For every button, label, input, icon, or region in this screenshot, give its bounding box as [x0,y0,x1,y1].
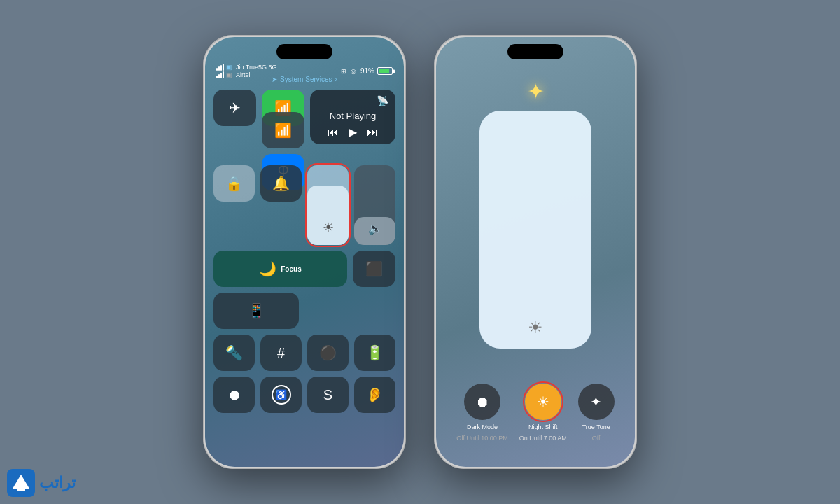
focus-button[interactable]: 🌙 Focus [214,251,347,287]
media-player-tile[interactable]: 📡 Not Playing ⏮ ▶ ⏭ [310,90,396,144]
phone2-screen: ✦ ☀ ⏺ Dark Mode Off Until 10:00 PM [436,37,635,467]
calculator-icon: # [277,345,285,361]
screen-lock-button[interactable]: 🔒 [214,165,255,202]
chevron-icon: › [335,76,337,83]
iphone-right: ✦ ☀ ⏺ Dark Mode Off Until 10:00 PM [434,35,637,469]
night-shift-circle: ☀ [525,384,561,420]
night-shift-sublabel: On Until 7:00 AM [519,435,567,442]
hearing-button[interactable]: 👂 [354,377,396,413]
brightness-slider-fill [479,111,592,349]
shazam-icon: S [323,387,332,403]
volume-button[interactable]: 🔈 [354,165,396,245]
true-tone-sublabel: Off [592,435,601,442]
record-button[interactable]: ⏺ [214,377,255,413]
next-button[interactable]: ⏭ [367,126,378,139]
battery-widget-button[interactable]: 🔋 [354,335,396,371]
mirror-icon: ⬛ [365,260,383,277]
true-tone-ctrl[interactable]: ✦ True Tone Off [578,384,615,442]
moon-icon: 🌙 [259,260,276,277]
airplay-icon: 📡 [377,95,388,106]
bar2 [218,66,220,71]
night-shift-label: Night Shift [528,424,558,431]
battery-icon [377,67,393,75]
control-center: ✈ 📶 📡 Not Playing [214,90,396,413]
night-shift-ctrl[interactable]: ☀ Night Shift On Until 7:00 AM [519,384,567,442]
true-tone-icon: ✦ [590,393,602,410]
calculator-button[interactable]: # [260,335,302,371]
remote-icon: 📱 [248,302,265,319]
svg-rect-2 [17,487,25,491]
focus-label: Focus [281,265,301,273]
lock-rotate-icon: 🔒 [225,175,243,192]
carrier1-name: Jio True5G 5G [236,64,277,71]
bar3 [220,65,222,71]
airplane-icon: ✈ [229,99,241,116]
wifi-button[interactable]: 📶 [262,112,304,148]
true-tone-circle: ✦ [578,384,615,420]
watermark-logo-svg [7,469,35,497]
wifi-icon: 📶 [274,122,292,139]
bell-icon: 🔔 [272,175,290,192]
dark-mode-ctrl[interactable]: ⏺ Dark Mode Off Until 10:00 PM [456,384,507,442]
play-button[interactable]: ▶ [349,125,357,139]
media-controls: ⏮ ▶ ⏭ [317,125,388,139]
mirror-icon: ⊞ [341,68,346,75]
watermark-text: تراتب [39,474,76,492]
remote-button[interactable]: 📱 [214,293,299,329]
battery-widget-icon: 🔋 [366,344,384,361]
bottom-controls: ⏺ Dark Mode Off Until 10:00 PM ☀ Night S… [436,384,635,442]
true-tone-label: True Tone [582,424,610,431]
cc-row4: 🔦 # ⚫ 🔋 [214,335,396,371]
location-icon: ➤ [272,76,277,83]
hearing-icon: 👂 [366,386,384,403]
signal-bars-1 [216,64,224,71]
brightness-fill [307,186,349,246]
camera-icon: ⚫ [319,344,337,361]
camera-indicator: ◎ [351,68,356,75]
battery-fill [379,69,389,74]
shazam-button[interactable]: S [307,377,349,413]
cc-row3: 🌙 Focus ⬛ 📱 [214,251,396,329]
phone1-screen: ▣ Jio True5G 5G ▣ Airtel [205,37,404,467]
media-top: 📡 [317,95,388,106]
cc-row2: 🔒 🔔 ☀ 🔈 [214,160,396,245]
brightness-button[interactable]: ☀ [307,165,349,245]
prev-button[interactable]: ⏮ [328,126,339,139]
bar1 [216,68,218,71]
dark-mode-sublabel: Off Until 10:00 PM [456,435,507,442]
dark-mode-icon: ⏺ [475,394,489,410]
brightness-slider-main[interactable]: ☀ [479,111,592,349]
camera-button[interactable]: ⚫ [307,335,349,371]
dark-mode-circle: ⏺ [464,384,500,420]
brightness-sun-icon: ✦ [527,79,545,104]
volume-icon: 🔈 [368,222,382,235]
airplane-button[interactable]: ✈ [214,90,256,126]
watermark: تراتب [7,469,76,497]
not-playing-text: Not Playing [317,111,388,121]
night-shift-icon: ☀ [537,393,550,410]
battery-group: ⊞ ◎ 91% [341,67,393,75]
brightness-slider-sun: ☀ [528,318,543,337]
dynamic-island-right [507,44,564,59]
dynamic-island-left [276,44,332,59]
system-services-bar[interactable]: ➤ System Services › [205,76,404,83]
carrier1-row: ▣ Jio True5G 5G [216,64,277,71]
record-icon: ⏺ [227,387,241,403]
sun-icon-small: ☀ [323,220,334,235]
flashlight-icon: 🔦 [225,344,243,361]
accessibility-icon: ♿ [272,385,291,405]
cc-row5: ⏺ ♿ S 👂 [214,377,396,413]
iphone-left: ▣ Jio True5G 5G ▣ Airtel [203,35,406,469]
5g-icon: ▣ [226,64,232,71]
dark-mode-label: Dark Mode [467,424,498,431]
system-services-label: System Services [280,76,332,83]
flashlight-button[interactable]: 🔦 [214,335,255,371]
bar4 [223,64,224,71]
mute-button[interactable]: 🔔 [260,165,302,202]
accessibility-button[interactable]: ♿ [260,377,302,413]
screen-mirror-button[interactable]: ⬛ [353,251,396,287]
battery-percent: 91% [360,67,374,75]
